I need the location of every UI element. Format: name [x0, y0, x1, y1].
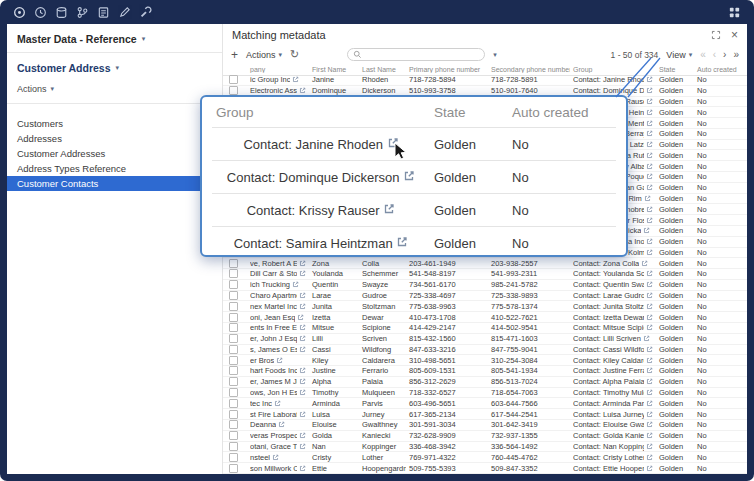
- row-checkbox[interactable]: [229, 356, 238, 365]
- open-record-icon[interactable]: [646, 163, 653, 170]
- table-row[interactable]: er BrosKileyCaldarera310-498-5651310-254…: [223, 355, 747, 366]
- open-record-icon[interactable]: [646, 184, 653, 191]
- open-record-icon[interactable]: [646, 411, 653, 418]
- tasks-icon[interactable]: [96, 5, 111, 20]
- table-row[interactable]: tec IncArmindaParvis603-496-5651603-644-…: [223, 398, 747, 409]
- col-header-state[interactable]: State: [656, 66, 694, 73]
- row-checkbox[interactable]: [229, 410, 238, 419]
- open-record-icon[interactable]: [646, 346, 653, 353]
- col-header-last-name[interactable]: Last Name: [359, 66, 406, 73]
- open-record-icon[interactable]: [276, 357, 283, 364]
- open-record-icon[interactable]: [646, 357, 653, 364]
- row-checkbox[interactable]: [229, 453, 238, 462]
- first-page-icon[interactable]: «: [700, 49, 706, 60]
- open-record-icon[interactable]: [643, 335, 650, 342]
- sidebar-item-customer-addresses[interactable]: Customer Addresses: [7, 146, 222, 161]
- sidebar-item-customers[interactable]: Customers: [7, 116, 222, 131]
- open-record-icon[interactable]: [299, 270, 306, 277]
- row-checkbox[interactable]: [229, 323, 238, 332]
- table-row[interactable]: hart Foods IncJustineFerrario805-609-153…: [223, 366, 747, 377]
- open-record-icon[interactable]: [646, 389, 653, 396]
- open-record-icon[interactable]: [299, 87, 306, 94]
- table-row[interactable]: son Millwork CoEttieHoopengardner509-755…: [223, 463, 747, 474]
- entity-selector[interactable]: Customer Address ▾: [7, 53, 222, 77]
- tools-wrench-icon[interactable]: [138, 5, 153, 20]
- open-record-icon[interactable]: [299, 335, 306, 342]
- open-record-icon[interactable]: [646, 130, 653, 137]
- table-row[interactable]: ve, Robert A EsqZonaColla203-461-1949203…: [223, 258, 747, 269]
- open-record-icon[interactable]: [299, 292, 306, 299]
- view-button[interactable]: View ▾: [666, 50, 692, 60]
- table-row[interactable]: otani, Grace TNanKoppinger336-468-394233…: [223, 442, 747, 453]
- row-checkbox[interactable]: [229, 442, 238, 451]
- fullscreen-icon[interactable]: [711, 26, 721, 44]
- row-checkbox[interactable]: [229, 302, 238, 311]
- open-record-icon[interactable]: [297, 314, 304, 321]
- col-header-secondary-phone-number[interactable]: Secondary phone number: [488, 66, 570, 73]
- apps-grid-icon[interactable]: [727, 5, 742, 20]
- row-checkbox[interactable]: [229, 269, 238, 278]
- table-row[interactable]: Dill Carr & StonbrakerYoulandaSchemmer54…: [223, 269, 747, 280]
- col-header-auto-created[interactable]: Auto created: [694, 66, 747, 73]
- table-row[interactable]: st Fire LaboratoryLuisaJurney617-365-213…: [223, 409, 747, 420]
- open-record-icon[interactable]: [646, 281, 653, 288]
- open-record-icon[interactable]: [646, 324, 653, 331]
- model-selector[interactable]: Master Data - Reference ▾: [7, 24, 222, 52]
- open-record-icon[interactable]: [646, 432, 653, 439]
- prev-page-icon[interactable]: ‹: [713, 49, 716, 60]
- row-checkbox[interactable]: [229, 75, 238, 84]
- row-checkbox[interactable]: [229, 313, 238, 322]
- branch-icon[interactable]: [75, 5, 90, 20]
- add-record-button[interactable]: +: [231, 48, 238, 62]
- row-checkbox[interactable]: [229, 377, 238, 386]
- open-record-icon[interactable]: [646, 173, 653, 180]
- table-row[interactable]: ents In Free EntrprsMitsueScipione414-42…: [223, 323, 747, 334]
- search-box[interactable]: [347, 48, 485, 61]
- open-record-icon[interactable]: [299, 346, 306, 353]
- open-record-icon[interactable]: [299, 367, 306, 374]
- table-row[interactable]: ows, Jon H EsqTimothyMulqueen718-332-652…: [223, 388, 747, 399]
- open-record-icon[interactable]: [646, 292, 653, 299]
- edit-icon[interactable]: [117, 5, 132, 20]
- col-header-group[interactable]: Group: [570, 66, 656, 73]
- open-record-icon[interactable]: [646, 238, 653, 245]
- open-record-icon[interactable]: [646, 400, 653, 407]
- app-logo-icon[interactable]: [12, 5, 27, 20]
- open-record-icon[interactable]: [646, 249, 653, 256]
- open-record-icon[interactable]: [403, 170, 415, 182]
- open-record-icon[interactable]: [646, 465, 653, 472]
- open-record-icon[interactable]: [646, 454, 653, 461]
- table-row[interactable]: s, James O EsqCassiWildfong847-633-32168…: [223, 345, 747, 356]
- open-record-icon[interactable]: [641, 260, 648, 267]
- open-record-icon[interactable]: [292, 281, 299, 288]
- row-checkbox[interactable]: [229, 399, 238, 408]
- table-row[interactable]: nsteelCristyLother769-971-4322760-445-47…: [223, 452, 747, 463]
- open-record-icon[interactable]: [646, 217, 653, 224]
- open-record-icon[interactable]: [299, 443, 306, 450]
- row-checkbox[interactable]: [229, 420, 238, 429]
- open-record-icon[interactable]: [646, 421, 653, 428]
- sidebar-actions-button[interactable]: Actions ▾: [7, 77, 222, 103]
- table-row[interactable]: er, John J EsqLilliScriven815-432-156081…: [223, 334, 747, 345]
- open-record-icon[interactable]: [646, 87, 653, 94]
- open-record-icon[interactable]: [643, 227, 650, 234]
- open-record-icon[interactable]: [646, 270, 653, 277]
- open-record-icon[interactable]: [396, 236, 408, 248]
- open-record-icon[interactable]: [646, 109, 653, 116]
- open-record-icon[interactable]: [644, 195, 651, 202]
- sidebar-item-addresses[interactable]: Addresses: [7, 131, 222, 146]
- open-record-icon[interactable]: [299, 378, 306, 385]
- table-row[interactable]: ic Group IncJanineRhoden718-728-5894718-…: [223, 75, 747, 86]
- open-record-icon[interactable]: [646, 367, 653, 374]
- open-record-icon[interactable]: [299, 465, 306, 472]
- col-header-primary-phone-number[interactable]: Primary phone number: [406, 66, 488, 73]
- row-checkbox[interactable]: [229, 86, 238, 95]
- col-header-pany[interactable]: pany: [247, 66, 309, 73]
- row-checkbox[interactable]: [229, 431, 238, 440]
- data-store-icon[interactable]: [54, 5, 69, 20]
- col-header-first-name[interactable]: First Name: [309, 66, 359, 73]
- open-record-icon[interactable]: [272, 454, 279, 461]
- sidebar-item-customer-contacts[interactable]: Customer Contacts: [7, 176, 222, 191]
- open-record-icon[interactable]: [646, 76, 653, 83]
- open-record-icon[interactable]: [292, 76, 299, 83]
